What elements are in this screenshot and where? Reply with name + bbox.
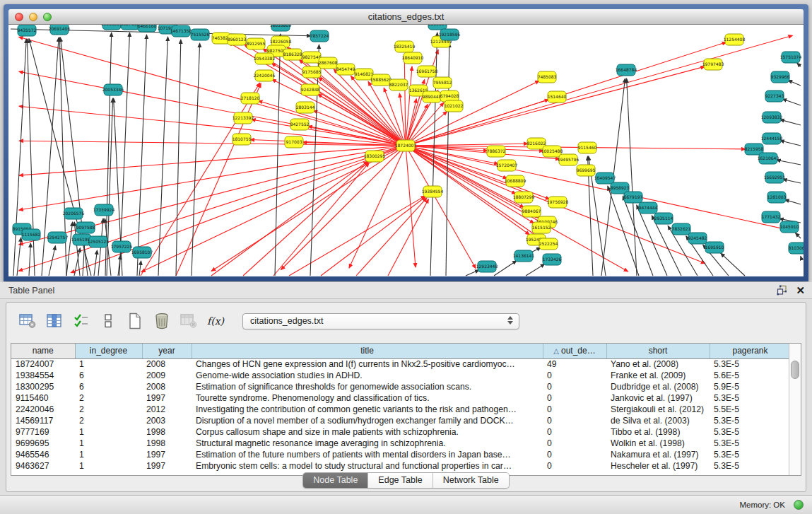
graph-edge[interactable] [29,243,30,276]
graph-node[interactable]: 10653267 [101,25,123,30]
graph-edge[interactable] [141,83,260,276]
table-cell[interactable]: 6 [75,381,142,392]
table-row[interactable]: 1456911722003Disruption of a novel membe… [11,415,791,426]
graph-node[interactable]: 6679197 [624,192,643,203]
table-cell[interactable]: Structural magnetic resonance image aver… [192,438,543,449]
graph-node[interactable]: 10688809 [505,175,526,187]
graph-node[interactable]: 18807299 [513,192,535,203]
graph-edge[interactable] [406,100,549,146]
graph-node[interactable]: 16958107 [131,247,153,258]
table-cell[interactable]: 5.3E-5 [710,460,791,472]
table-settings-button[interactable] [16,310,39,332]
graph-node[interactable]: 19756928 [547,197,569,208]
table-cell[interactable]: 0 [543,381,606,392]
graph-node[interactable]: 12093832 [761,112,783,123]
table-cell[interactable]: 0 [543,415,606,426]
graph-edge[interactable] [388,199,428,276]
graph-node[interactable]: 15720407 [496,160,518,171]
graph-node[interactable]: 8912955 [247,38,266,49]
table-row[interactable]: 969969511998Structural magnetic resonanc… [11,438,791,449]
graph-edge[interactable] [243,162,368,276]
table-cell[interactable]: 5.6E-5 [710,370,791,381]
table-cell[interactable]: 5.9E-5 [710,381,791,392]
graph-edge[interactable] [780,141,801,146]
table-cell[interactable]: 18300295 [11,381,75,392]
table-row[interactable]: 1872400712008Changes of HCN gene express… [11,358,791,370]
graph-node[interactable]: 8822037 [389,79,408,90]
table-cell[interactable]: 1 [75,460,142,472]
graph-node[interactable]: 9227343 [765,90,784,102]
table-cell[interactable]: 1997 [142,392,192,404]
graph-node[interactable]: 1514640 [548,91,567,103]
table-cell[interactable]: 22420046 [11,404,75,415]
table-cell[interactable]: 9699695 [11,438,75,449]
graph-node[interactable]: 18640910 [402,52,424,64]
graph-node[interactable]: 15692951 [764,172,786,183]
table-cell[interactable]: 5.3E-5 [710,415,791,426]
graph-node[interactable]: 8454749 [336,64,355,75]
float-panel-icon[interactable] [777,285,787,296]
graph-edge[interactable] [406,35,793,146]
graph-node[interactable]: 8427552 [290,119,310,130]
table-row[interactable]: 946362711997Embryonic stem cells: a mode… [11,460,791,472]
table-cell[interactable]: Embryonic stem cells: a model to study s… [192,460,543,472]
table-cell[interactable]: 2003 [142,415,192,426]
graph-node[interactable]: 9115460 [578,142,597,153]
table-cell[interactable]: Investigating the contribution of common… [192,404,543,415]
table-cell[interactable]: 1 [75,438,142,449]
graph-node[interactable]: 14671358 [170,25,192,37]
table-cell[interactable]: 0 [543,449,606,460]
table-cell[interactable]: Changes of HCN gene expression and I(f) … [192,358,543,370]
table-cell[interactable]: 19384554 [11,370,75,381]
tab-edge-table[interactable]: Edge Table [368,473,433,488]
graph-node[interactable]: 12505125 [88,236,110,247]
graph-node[interactable]: 19218596 [439,29,461,40]
graph-node[interactable]: 2935114 [654,213,673,224]
table-cell[interactable]: 14569117 [11,415,75,426]
graph-node[interactable]: 7515526 [191,29,210,40]
table-cell[interactable]: 0 [543,370,606,381]
table-cell[interactable]: 0 [543,426,606,438]
graph-node[interactable]: 11254408 [724,34,746,45]
table-cell[interactable]: 2 [75,415,142,426]
table-cell[interactable]: Yano et al. (2008) [606,358,710,370]
graph-node[interactable]: 9245482 [688,233,707,244]
graph-node[interactable]: 1615152 [532,222,551,233]
graph-node[interactable]: 17957225 [111,241,133,252]
table-cell[interactable]: 5.3E-5 [710,392,791,404]
delete-table-button[interactable] [177,310,200,332]
graph-node[interactable]: 17359924 [93,204,115,216]
table-cell[interactable]: 9465546 [11,449,75,460]
graph-node[interactable]: 2867608 [319,57,338,69]
graph-edge[interactable] [272,79,406,146]
table-cell[interactable]: Genome-wide association studies in ADHD. [192,370,543,381]
select-columns-button[interactable] [43,310,66,332]
graph-node[interactable]: 16961758 [416,66,438,77]
table-cell[interactable]: Franke et al. (2009) [606,370,710,381]
graph-edge[interactable] [281,146,406,270]
graph-node[interactable]: 7955812 [433,77,452,88]
table-cell[interactable]: Hescheler et al. (1997) [606,460,710,472]
graph-node[interactable]: 16033809 [270,25,292,31]
graph-edge[interactable] [119,33,130,276]
graph-node[interactable]: 1733426 [543,254,562,265]
column-header-name[interactable]: name [11,344,75,358]
graph-node[interactable]: 12942757 [47,232,69,243]
graph-edge[interactable] [785,199,801,204]
graph-edge[interactable] [777,160,801,165]
table-cell[interactable]: Dudbridge et al. (2008) [606,381,710,392]
graph-edge[interactable] [797,63,801,66]
graph-edge[interactable] [783,180,801,184]
graph-node[interactable]: 9474444 [639,202,658,214]
graph-node[interactable]: 12213392 [233,112,254,124]
graph-node[interactable]: 9242848 [301,84,320,95]
memory-status-indicator[interactable] [794,500,804,510]
graph-node[interactable]: 9884067 [522,206,541,217]
graph-node[interactable]: 16409547 [594,173,616,184]
graph-edge[interactable] [19,71,406,146]
column-header-title[interactable]: title [192,344,543,358]
table-cell[interactable]: Stergiakouli et al. (2012) [606,404,710,415]
table-cell[interactable]: 1 [75,449,142,460]
graph-node[interactable]: 20691406 [49,25,71,35]
graph-edge[interactable] [796,233,801,239]
